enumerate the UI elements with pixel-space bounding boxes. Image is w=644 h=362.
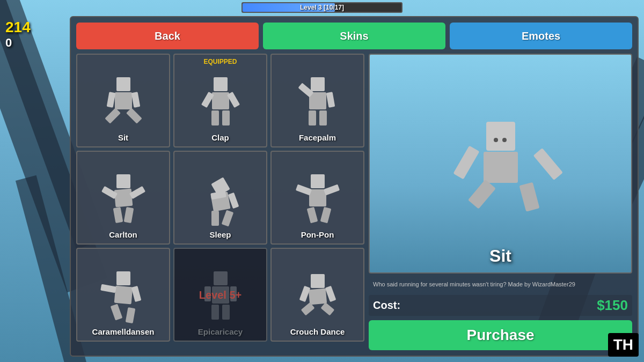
skins-button[interactable]: Skins: [263, 23, 445, 49]
emotes-button[interactable]: Emotes: [450, 23, 632, 49]
detail-cost-row: Cost: $150: [369, 295, 632, 316]
emote-caramelldansen-label: Caramelldansen: [92, 327, 155, 336]
emote-grid: Sit EQUIPPED Clap: [76, 54, 364, 350]
detail-figure: [447, 122, 554, 240]
emote-clap[interactable]: EQUIPPED Clap: [173, 54, 267, 147]
emote-sit-label: Sit: [118, 133, 128, 142]
detail-figure-name: Sit: [489, 246, 511, 266]
hud-secondary: 0: [5, 36, 31, 50]
cost-label: Cost:: [373, 299, 400, 312]
emote-ponpon-label: Pon-Pon: [301, 230, 334, 239]
emote-epicaricacy[interactable]: Level 5+ Epicaricacy: [173, 248, 267, 342]
top-buttons: Back Skins Emotes: [76, 23, 632, 49]
emote-crouchdance-label: Crouch Dance: [290, 327, 345, 336]
emote-epicaricacy-label: Epicaricacy: [198, 327, 243, 336]
emote-sleep-label: Sleep: [209, 230, 231, 239]
hud-left: 214 0: [5, 19, 31, 50]
emote-ponpon[interactable]: Pon-Pon: [270, 151, 364, 245]
emote-carlton-label: Carlton: [109, 230, 137, 239]
back-button[interactable]: Back: [76, 23, 259, 49]
purchase-button[interactable]: Purchase: [369, 320, 632, 350]
emote-facepalm-label: Facepalm: [299, 133, 336, 142]
emote-sleep[interactable]: Sleep: [173, 151, 267, 245]
emote-crouchdance[interactable]: Crouch Dance: [270, 248, 364, 342]
content-area: Sit EQUIPPED Clap: [76, 54, 632, 350]
emote-carlton[interactable]: Carlton: [76, 151, 170, 245]
hud-coins: 214: [5, 19, 31, 36]
emote-facepalm[interactable]: Facepalm: [270, 54, 364, 147]
watermark: TH: [608, 333, 639, 357]
emote-sit[interactable]: Sit: [76, 54, 170, 147]
main-panel: Back Skins Emotes Sit EQUIPPED: [70, 16, 639, 357]
level-text: Level 3 [10/17]: [241, 2, 402, 13]
detail-preview: Sit: [369, 54, 632, 274]
detail-description: Who said running for several minutes was…: [369, 278, 632, 291]
detail-panel: Sit Who said running for several minutes…: [369, 54, 632, 350]
top-bar: Level 3 [10/17]: [0, 0, 644, 15]
emote-caramelldansen[interactable]: Caramelldansen: [76, 248, 170, 342]
cost-value: $150: [597, 297, 628, 314]
emote-clap-label: Clap: [211, 133, 229, 142]
level-lock-text: Level 5+: [199, 289, 242, 301]
equipped-badge: EQUIPPED: [203, 58, 237, 65]
